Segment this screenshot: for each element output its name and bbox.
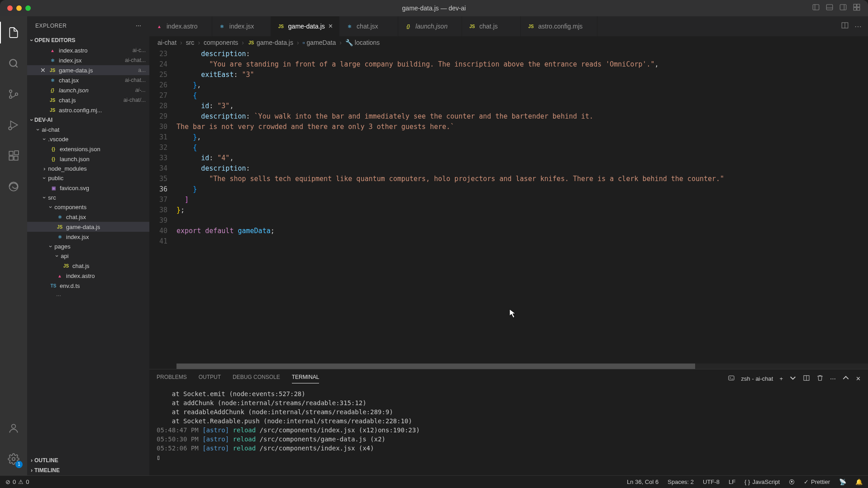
file-index-astro[interactable]: ▲index.astro xyxy=(27,271,149,281)
window-maximize-icon[interactable] xyxy=(25,5,31,11)
open-editor-item[interactable]: ✕JSgame-data.js a... xyxy=(27,65,149,75)
status-prettier-icon[interactable]: ⦿ xyxy=(789,478,795,485)
file-env-d-ts[interactable]: TSenv.d.ts xyxy=(27,281,149,291)
open-editor-item[interactable]: ⚛chat.jsx ai-chat... xyxy=(27,75,149,85)
source-control-icon[interactable] xyxy=(3,83,24,105)
open-editor-item[interactable]: ▲index.astro ai-c... xyxy=(27,45,149,55)
svg-rect-2 xyxy=(826,5,833,10)
status-eol[interactable]: LF xyxy=(729,478,735,485)
status-spaces[interactable]: Spaces: 2 xyxy=(668,478,694,485)
layout-right-icon[interactable] xyxy=(839,3,847,13)
status-position[interactable]: Ln 36, Col 6 xyxy=(627,478,658,485)
breadcrumbs[interactable]: ai-chat› src› components› JSgame-data.js… xyxy=(149,36,868,49)
status-prettier[interactable]: ✓Prettier xyxy=(804,478,830,485)
open-editor-item[interactable]: ⚛index.jsx ai-chat... xyxy=(27,55,149,65)
account-icon[interactable] xyxy=(3,417,24,439)
terminal-output[interactable]: at Socket.emit (node:events:527:28) at a… xyxy=(149,388,868,475)
svg-point-23 xyxy=(12,458,15,461)
new-terminal-icon[interactable]: + xyxy=(779,375,783,382)
folder-node-modules[interactable]: ›node_modules xyxy=(27,164,149,173)
editor-tab[interactable]: JSchat.js× xyxy=(462,16,521,36)
folder-components[interactable]: ›components xyxy=(27,202,149,212)
file-chat-js[interactable]: JSchat.js xyxy=(27,261,149,271)
settings-badge: 1 xyxy=(15,461,23,468)
layout-left-icon[interactable] xyxy=(812,3,820,13)
file-launch-json[interactable]: {}launch.json xyxy=(27,154,149,164)
timeline-header[interactable]: › TIMELINE xyxy=(27,465,149,475)
folder-vscode[interactable]: ›.vscode xyxy=(27,134,149,144)
editor-tab[interactable]: JSgame-data.js× xyxy=(271,16,339,36)
window-close-icon[interactable] xyxy=(7,5,13,11)
maximize-panel-icon[interactable] xyxy=(842,374,849,383)
kill-terminal-icon[interactable] xyxy=(816,374,824,383)
file-game-data-js[interactable]: JSgame-data.js xyxy=(27,222,149,232)
split-editor-icon[interactable] xyxy=(841,21,849,31)
prettier-check-icon: ⦿ xyxy=(789,478,795,485)
folder-ai-chat[interactable]: ›ai-chat xyxy=(27,125,149,134)
more-icon[interactable]: ⋯ xyxy=(136,23,142,29)
tab-terminal[interactable]: TERMINAL xyxy=(292,374,320,383)
tab-problems[interactable]: PROBLEMS xyxy=(157,374,187,383)
horizontal-scrollbar[interactable] xyxy=(176,364,868,369)
terminal-dropdown-icon[interactable] xyxy=(789,374,796,383)
error-icon: ⊘ xyxy=(5,478,10,485)
svg-point-22 xyxy=(12,424,16,428)
shell-label[interactable]: zsh - ai-chat xyxy=(741,375,773,382)
extensions-icon[interactable] xyxy=(3,145,24,167)
search-icon[interactable] xyxy=(3,53,24,74)
status-feedback-icon[interactable]: 📡 xyxy=(839,478,846,485)
code-editor[interactable]: 23242526272829303132333435363738394041 d… xyxy=(149,49,868,369)
outline-header[interactable]: › OUTLINE xyxy=(27,455,149,465)
status-bell-icon[interactable]: 🔔 xyxy=(855,478,863,485)
folder-pages[interactable]: ›pages xyxy=(27,242,149,251)
folder-src[interactable]: ›src xyxy=(27,193,149,202)
open-editor-item[interactable]: {}launch.json ai-... xyxy=(27,85,149,95)
file-favicon[interactable]: ▣favicon.svg xyxy=(27,183,149,193)
window-minimize-icon[interactable] xyxy=(16,5,22,11)
layout-bottom-icon[interactable] xyxy=(825,3,834,13)
panel-more-icon[interactable]: ⋯ xyxy=(830,375,836,382)
edge-icon[interactable] xyxy=(3,176,24,197)
svg-rect-7 xyxy=(857,4,860,7)
settings-gear-icon[interactable]: 1 xyxy=(3,448,24,470)
open-editors-header[interactable]: › OPEN EDITORS xyxy=(27,35,149,45)
editor-tab[interactable]: ⚛index.jsx× xyxy=(212,16,271,36)
workspace-header[interactable]: › DEV-AI xyxy=(27,115,149,125)
status-errors[interactable]: ⊘0⚠0 xyxy=(5,478,29,485)
chevron-right-icon: › xyxy=(31,467,33,474)
layout-grid-icon[interactable] xyxy=(853,3,861,13)
open-editor-item[interactable]: JSchat.js ai-chat/... xyxy=(27,95,149,105)
tab-debug-console[interactable]: DEBUG CONSOLE xyxy=(233,374,280,383)
open-editor-item[interactable]: JSastro.config.mj... xyxy=(27,105,149,115)
status-language[interactable]: { }JavaScript xyxy=(744,478,780,485)
svg-point-12 xyxy=(10,90,12,92)
editor-tab[interactable]: {}launch.json× xyxy=(398,16,462,36)
svg-rect-9 xyxy=(857,8,860,10)
svg-point-13 xyxy=(10,96,12,98)
bottom-panel: PROBLEMS OUTPUT DEBUG CONSOLE TERMINAL z… xyxy=(149,369,868,475)
split-terminal-icon[interactable] xyxy=(803,374,810,383)
folder-public[interactable]: ›public xyxy=(27,173,149,183)
status-encoding[interactable]: UTF-8 xyxy=(703,478,720,485)
tab-more-icon[interactable]: ⋯ xyxy=(854,22,862,31)
tab-output[interactable]: OUTPUT xyxy=(199,374,221,383)
svg-rect-26 xyxy=(729,376,734,380)
status-bar: ⊘0⚠0 Ln 36, Col 6 Spaces: 2 UTF-8 LF { }… xyxy=(0,475,868,488)
file-chat-jsx[interactable]: ⚛chat.jsx xyxy=(27,212,149,222)
explorer-icon[interactable] xyxy=(3,22,24,43)
svg-rect-8 xyxy=(854,8,856,10)
titlebar: game-data.js — dev-ai xyxy=(0,0,868,16)
svg-line-11 xyxy=(15,65,17,67)
close-panel-icon[interactable]: ✕ xyxy=(856,375,861,382)
run-debug-icon[interactable] xyxy=(3,114,24,136)
terminal-profile-icon[interactable] xyxy=(728,374,735,383)
file-extensions-json[interactable]: {}extensions.json xyxy=(27,144,149,154)
svg-rect-6 xyxy=(854,4,856,7)
editor-tab[interactable]: JSastro.config.mjs× xyxy=(521,16,597,36)
close-icon[interactable]: × xyxy=(329,22,333,30)
editor-tab[interactable]: ▲index.astro× xyxy=(149,16,212,36)
file-index-jsx[interactable]: ⚛index.jsx xyxy=(27,232,149,242)
editor-tab[interactable]: ⚛chat.jsx× xyxy=(339,16,398,36)
folder-api[interactable]: ›api xyxy=(27,251,149,261)
sidebar: EXPLORER ⋯ › OPEN EDITORS ▲index.astro a… xyxy=(27,16,149,475)
